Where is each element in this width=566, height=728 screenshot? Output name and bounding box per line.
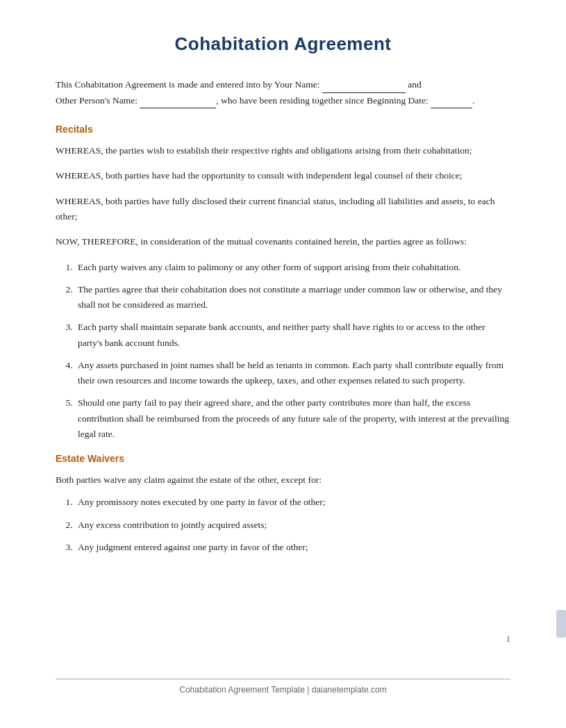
recitals-heading: Recitals (56, 124, 510, 135)
list-item: Each party shall maintain separate bank … (75, 320, 510, 351)
estate-list-item: Any excess contribution to jointly acqui… (75, 518, 510, 533)
footer-text: Cohabitation Agreement Template | daiane… (179, 685, 386, 695)
estate-intro-text: Both parties waive any claim against the… (56, 472, 510, 488)
other-name-blank[interactable] (140, 93, 216, 109)
footer: Cohabitation Agreement Template | daiane… (56, 679, 510, 695)
intro-text-end: . (472, 95, 474, 106)
estate-waivers-section: Estate Waivers Both parties waive any cl… (56, 453, 510, 555)
estate-list-item: Any judgment entered against one party i… (75, 540, 510, 555)
list-item: The parties agree that their cohabitatio… (75, 282, 510, 313)
now-therefore: NOW, THEREFORE, in consideration of the … (56, 234, 510, 249)
list-item: Each party waives any claim to palimony … (75, 260, 510, 275)
intro-other-person-label: Other Person's Name: (56, 95, 140, 106)
list-item: Should one party fail to pay their agree… (75, 395, 510, 442)
intro-text-before-name: This Cohabitation Agreement is made and … (56, 79, 322, 90)
main-list: Each party waives any claim to palimony … (75, 260, 510, 442)
whereas-2: WHEREAS, both parties have had the oppor… (56, 168, 510, 183)
intro-text-since: , who have been residing together since … (216, 95, 431, 106)
page-number: 1 (506, 634, 511, 645)
estate-list: Any promissory notes executed by one par… (75, 495, 510, 555)
intro-text-and: and (406, 79, 422, 90)
your-name-blank[interactable] (322, 77, 406, 93)
estate-waivers-heading: Estate Waivers (56, 453, 510, 464)
whereas-1: WHEREAS, the parties wish to establish t… (56, 143, 510, 158)
list-item: Any assets purchased in joint names shal… (75, 358, 510, 389)
whereas-3: WHEREAS, both parties have fully disclos… (56, 194, 510, 225)
document-title: Cohabitation Agreement (56, 33, 510, 55)
beginning-date-blank[interactable] (431, 93, 472, 109)
estate-list-item: Any promissory notes executed by one par… (75, 495, 510, 510)
scrollbar-thumb[interactable] (556, 610, 566, 638)
recitals-section: Recitals WHEREAS, the parties wish to es… (56, 124, 510, 442)
page: Cohabitation Agreement This Cohabitation… (0, 0, 566, 728)
intro-paragraph: This Cohabitation Agreement is made and … (56, 77, 510, 108)
